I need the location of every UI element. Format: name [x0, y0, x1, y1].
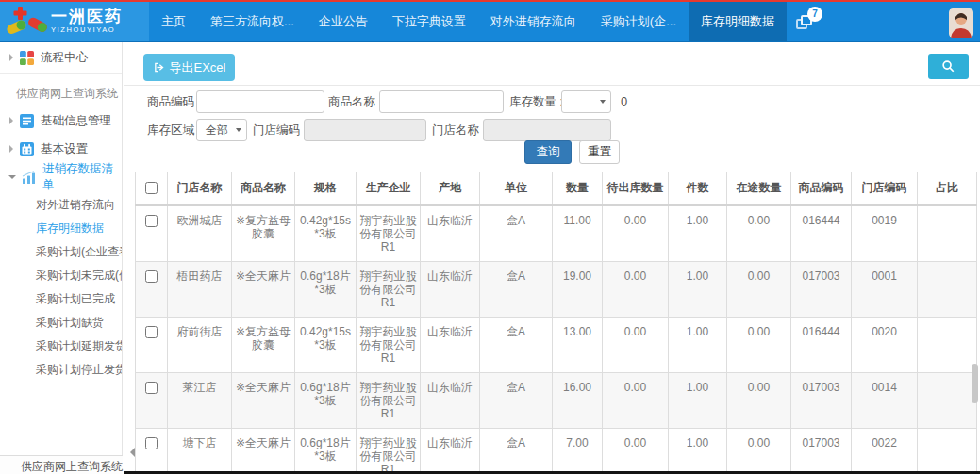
scroll-left-arrow[interactable]	[130, 448, 135, 457]
column-header: 生产企业	[357, 172, 421, 206]
table-cell: 0.42g*15s*3板	[295, 205, 357, 262]
table-cell: 0014	[852, 373, 918, 429]
select-all-checkbox[interactable]	[145, 182, 158, 194]
table-cell: ※全天麻片	[232, 429, 295, 474]
product-code-input[interactable]	[196, 90, 324, 113]
sidebar-sub-item[interactable]: 对外进销存流向	[0, 193, 122, 217]
calendar-icon	[20, 142, 34, 156]
reset-button[interactable]: 重置	[579, 140, 620, 164]
sidebar-sub-item[interactable]: 采购计划停止发货	[0, 358, 122, 382]
table-cell: 19.00	[553, 262, 603, 318]
main-content: 导出EXcel 商品编码 : 商品名称 : 库存数量 : 0 库存区域 : 全部…	[124, 42, 980, 474]
nav-item[interactable]: 对外进销存流向	[478, 2, 589, 41]
nav-item[interactable]: 第三方流向权...	[198, 2, 307, 41]
vertical-scrollbar-thumb[interactable]	[972, 364, 978, 403]
store-name-input	[483, 119, 611, 141]
table-cell: 017003	[791, 262, 852, 318]
export-excel-button[interactable]: 导出EXcel	[143, 54, 235, 81]
sidebar-sub-item[interactable]: 采购计划(企业查看)	[0, 240, 122, 264]
brand-text: 一洲医药 YIZHOUYIYAO	[51, 8, 123, 34]
table-cell: 0.6g*18片*3板	[295, 429, 357, 474]
sidebar-group-basic-settings[interactable]: 基本设置	[0, 135, 122, 163]
column-header: 产地	[421, 172, 480, 206]
table-cell: 翔宇药业股份有限公司R1	[357, 429, 421, 474]
table-row: 塘下店※全天麻片0.6g*18片*3板翔宇药业股份有限公司R1山东临沂盒A7.0…	[136, 429, 977, 474]
table-cell	[918, 205, 977, 262]
sidebar-group-basic-info[interactable]: 基础信息管理	[0, 106, 122, 135]
column-header: 商品编码	[791, 172, 852, 206]
table-cell: 翔宇药业股份有限公司R1	[357, 262, 421, 318]
sidebar-sub-item[interactable]: 采购计划已完成	[0, 287, 122, 311]
column-header: 商品名称	[232, 172, 295, 206]
export-label: 导出EXcel	[170, 59, 226, 76]
table-cell: 莱江店	[168, 373, 232, 429]
table-cell: 11.00	[553, 205, 603, 262]
row-checkbox[interactable]	[145, 270, 158, 283]
table-cell: 1.00	[669, 429, 727, 474]
query-button[interactable]: 查询	[524, 140, 572, 164]
stock-qty-label: 库存数量 :	[509, 90, 563, 113]
table-cell: 1.00	[669, 373, 727, 429]
table-header-row: 门店名称商品名称规格生产企业产地单位数量待出库数量件数在途数量商品编码门店编码占…	[136, 172, 977, 206]
table-cell: 0.6g*18片*3板	[295, 262, 357, 318]
table-cell: 翔宇药业股份有限公司R1	[357, 373, 421, 429]
nav-item[interactable]: 主页	[149, 2, 198, 41]
sidebar-item-process-center[interactable]: 流程中心	[0, 42, 122, 74]
row-checkbox[interactable]	[145, 437, 158, 449]
row-checkbox[interactable]	[145, 382, 158, 394]
stock-area-select[interactable]: 全部	[196, 119, 247, 141]
table-cell: 017003	[791, 429, 852, 474]
table-cell	[918, 262, 977, 318]
search-button[interactable]	[928, 54, 969, 79]
table-cell: 山东临沂	[421, 262, 480, 318]
table-cell: 0.00	[727, 318, 791, 373]
table-cell: 0.00	[603, 205, 669, 262]
data-table-wrap: 门店名称商品名称规格生产企业产地单位数量待出库数量件数在途数量商品编码门店编码占…	[135, 172, 977, 474]
table-cell: 盒A	[480, 318, 553, 373]
user-avatar[interactable]	[949, 8, 973, 38]
sidebar-group-inventory-data[interactable]: 进销存数据清单	[0, 163, 122, 191]
row-select-cell	[136, 373, 168, 429]
table-cell	[918, 318, 977, 373]
table-cell: 欧洲城店	[168, 205, 232, 262]
nav-item[interactable]: 企业公告	[307, 2, 380, 41]
chevron-right-icon	[9, 54, 13, 61]
row-select-cell	[136, 205, 168, 262]
table-cell: 0.00	[603, 318, 669, 373]
row-checkbox[interactable]	[145, 215, 158, 227]
product-name-input[interactable]	[379, 90, 504, 113]
sidebar-sub-item[interactable]: 采购计划未完成(供应...	[0, 264, 122, 287]
table-cell: 1.00	[669, 318, 727, 373]
table-cell: 0.00	[603, 429, 669, 474]
table-cell: 0.00	[727, 262, 791, 318]
column-header: 规格	[295, 172, 357, 206]
table-cell: 翔宇药业股份有限公司R1	[357, 205, 421, 262]
column-header: 在途数量	[727, 172, 791, 206]
brand: 一洲医药 YIZHOUYIYAO	[0, 2, 149, 41]
chevron-right-icon	[9, 145, 13, 153]
nav-item[interactable]: 库存明细数据	[689, 2, 787, 41]
sidebar-sub-item[interactable]: 采购计划延期发货	[0, 335, 122, 358]
table-cell: 1.00	[669, 262, 727, 318]
table-cell: 山东临沂	[421, 373, 480, 429]
store-code-input	[304, 119, 426, 141]
column-header: 占比	[918, 172, 977, 206]
table-row: 欧洲城店※复方益母胶囊0.42g*15s*3板翔宇药业股份有限公司R1山东临沂盒…	[136, 205, 977, 262]
notifications-button[interactable]: 7	[790, 2, 828, 41]
sidebar-sub-item[interactable]: 库存明细数据	[0, 217, 122, 240]
stock-qty-select[interactable]	[561, 90, 611, 113]
column-header: 数量	[553, 172, 603, 206]
list-icon	[20, 114, 34, 128]
table-cell	[918, 429, 977, 474]
sidebar: 流程中心 供应商网上查询系统 基础信息管理	[0, 42, 123, 474]
chevron-right-icon	[9, 117, 13, 124]
sidebar-item-label: 流程中心	[41, 50, 88, 66]
store-code-label: 门店编码 :	[253, 119, 307, 141]
row-select-cell	[136, 429, 168, 474]
nav-item[interactable]: 下拉字典设置	[380, 2, 478, 41]
nav-item[interactable]: 采购计划(企...	[589, 2, 689, 41]
table-cell: 塘下店	[168, 429, 232, 474]
row-checkbox[interactable]	[145, 326, 158, 338]
brand-title: 一洲医药	[51, 8, 123, 25]
sidebar-sub-item[interactable]: 采购计划缺货	[0, 311, 122, 335]
